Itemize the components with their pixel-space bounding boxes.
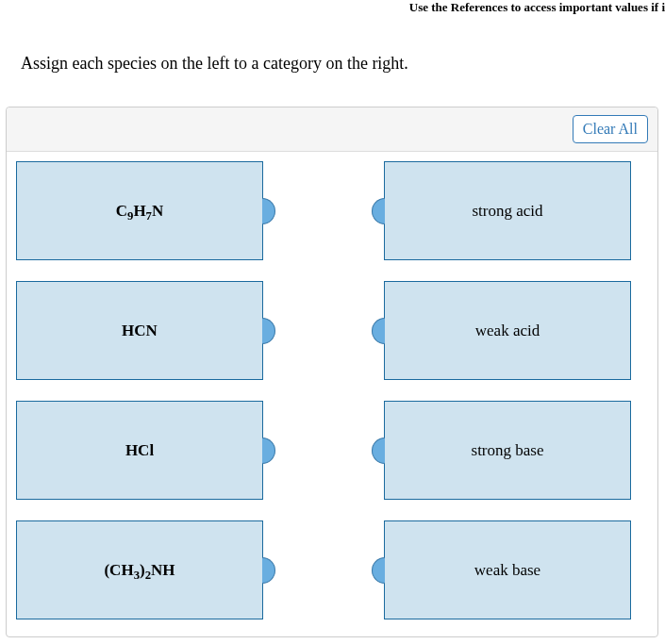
panel-header: Clear All [7, 107, 657, 152]
connector-left-icon[interactable] [372, 557, 385, 584]
instruction-text: Assign each species on the left to a cat… [21, 54, 408, 74]
categories-column: strong acid weak acid strong base weak b… [384, 161, 631, 619]
clear-all-button[interactable]: Clear All [573, 115, 648, 143]
species-column: C9H7N HCN HCl (CH3)2NH [16, 161, 263, 619]
category-tile[interactable]: weak base [384, 520, 631, 619]
match-body: C9H7N HCN HCl (CH3)2NH strong acid [7, 152, 657, 637]
connector-right-icon[interactable] [262, 438, 275, 464]
connector-left-icon[interactable] [372, 438, 385, 464]
species-label: (CH3)2NH [104, 561, 175, 580]
category-label: weak acid [475, 322, 540, 340]
connector-right-icon[interactable] [262, 198, 275, 224]
species-label: HCl [125, 441, 154, 460]
category-tile[interactable]: weak acid [384, 281, 631, 380]
connector-left-icon[interactable] [372, 318, 385, 344]
category-label: strong acid [472, 202, 542, 221]
connector-right-icon[interactable] [262, 557, 275, 584]
matching-panel: Clear All C9H7N HCN HCl (CH3)2NH [6, 107, 658, 637]
category-tile[interactable]: strong acid [384, 161, 631, 260]
species-label: C9H7N [116, 202, 164, 221]
species-label: HCN [122, 322, 158, 340]
category-label: strong base [472, 441, 544, 460]
species-tile[interactable]: (CH3)2NH [16, 520, 263, 619]
species-tile[interactable]: HCN [16, 281, 263, 380]
connector-right-icon[interactable] [262, 318, 275, 344]
category-label: weak base [474, 561, 540, 580]
references-hint: Use the References to access important v… [409, 0, 665, 15]
species-tile[interactable]: HCl [16, 401, 263, 500]
connector-left-icon[interactable] [372, 198, 385, 224]
category-tile[interactable]: strong base [384, 401, 631, 500]
species-tile[interactable]: C9H7N [16, 161, 263, 260]
